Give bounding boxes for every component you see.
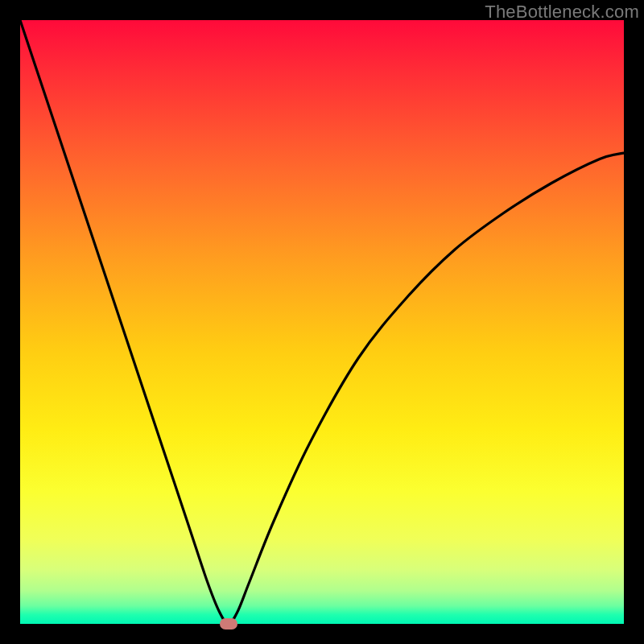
chart-frame [20,20,624,624]
minimum-marker [220,618,237,630]
bottleneck-curve [20,20,624,624]
watermark-text: TheBottleneck.com [485,2,639,23]
